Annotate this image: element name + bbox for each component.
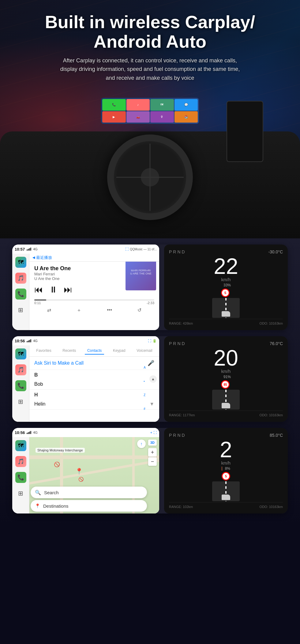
maps-sidebar-grid[interactable]: ⊞ — [15, 488, 26, 499]
contact-helin[interactable]: Helin ▼ — [29, 399, 159, 410]
maps-status-right: ⌖ ⛶ — [150, 431, 157, 435]
maps-sidebar-maps[interactable]: 🗺 — [15, 440, 26, 451]
map-zoom-controls: + − — [148, 448, 157, 466]
contacts-vehicle-stats: PRND 76.0°C 20 km/h 91% 85 — [164, 336, 288, 422]
temp-indicator-1: -30.0°C — [268, 249, 283, 254]
contact-bob[interactable]: Bob — [29, 379, 159, 390]
instrument-screen: 📞 ♪ 🗺 💬 ▶ 🚗 🎙 📚 — [101, 98, 199, 124]
3d-label: 3D — [150, 441, 155, 444]
contacts-status-right: ⛶ 🔋 — [148, 339, 157, 343]
sidebar-grid-icon[interactable]: ⊞ — [15, 304, 26, 315]
music-extra-controls: ⇄ ＋ ••• ↺ — [29, 305, 159, 316]
maps-network-label: 4G — [33, 431, 38, 434]
vehicle-stat-top-3: PRND 85.0°C — [169, 433, 283, 438]
az-dot: • — [144, 380, 146, 383]
contacts-sidebar-maps[interactable]: 🗺 — [15, 348, 26, 359]
tab-recents[interactable]: Recents — [60, 347, 78, 355]
zoom-out-button[interactable]: − — [148, 457, 157, 466]
az-hash[interactable]: # — [144, 407, 146, 410]
vehicle-stat-top-1: PRND -30.0°C — [169, 249, 283, 254]
speed-limit-badge-1: 5 — [221, 289, 230, 297]
rewind-button[interactable]: ⏮ — [34, 285, 43, 295]
maps-sidebar-phone[interactable]: 📞 — [15, 472, 26, 483]
hero-content: Built in wireless Carplay/ Android Auto … — [43, 12, 257, 83]
az-a[interactable]: A — [144, 366, 146, 369]
speed-limit-badge-3: 5 — [222, 472, 230, 480]
speed-section-1: 22 km/h — [214, 255, 238, 282]
music-status-bar: 10:57 4G ⛶ QQMusic — 11 of... — [12, 245, 159, 254]
search-label: Search — [44, 490, 59, 495]
location-pin-icon: 📍 — [75, 468, 83, 475]
pause-button[interactable]: ⏸ — [49, 285, 58, 295]
gear-indicator-2: PRND — [169, 341, 186, 346]
zoom-in-button[interactable]: + — [148, 448, 157, 457]
contacts-sidebar-music[interactable]: 🎵 — [15, 364, 26, 375]
tab-voicemail[interactable]: Voicemail — [134, 347, 155, 355]
tab-favorites[interactable]: Favorites — [34, 347, 54, 355]
carplay-display: 📞 ♪ 🗺 💬 ▶ 🚗 🎙 📚 — [101, 98, 199, 124]
add-button[interactable]: ＋ — [77, 307, 81, 314]
map-destinations-bar[interactable]: 📍 Destinations — [31, 500, 147, 512]
road-display-3 — [212, 481, 240, 501]
contacts-panel-row: 10:56 4G ⛶ 🔋 🗺 🎵 📞 ⊞ — [12, 336, 288, 422]
repeat-button[interactable]: ↺ — [137, 307, 141, 314]
qq-service-label: QQMusic — 11 of... — [130, 248, 157, 251]
podcasts-app-icon: 🎙 — [150, 111, 174, 123]
odo-label-1: ODO: 10163km — [260, 322, 283, 325]
contacts-carplay-panel: 10:56 4G ⛶ 🔋 🗺 🎵 📞 ⊞ — [12, 336, 159, 422]
maps-panel-row: 10:56 4G ⌖ ⛶ 🗺 🎵 📞 ⊞ — [12, 428, 288, 513]
more-button[interactable]: ••• — [107, 307, 112, 314]
tab-keypad[interactable]: Keypad — [111, 347, 128, 355]
hero-title: Built in wireless Carplay/ Android Auto — [43, 12, 257, 51]
hero-section: Built in wireless Carplay/ Android Auto … — [0, 0, 300, 238]
range-odo-2: RANGE: 1177km ODO: 10163km — [169, 410, 283, 417]
siri-call-row[interactable]: Ask Siri to Make a Call 🎤 ▲ — [29, 357, 159, 370]
contacts-sidebar-phone[interactable]: 📞 — [15, 380, 26, 391]
shuffle-button[interactable]: ⇄ — [47, 307, 51, 314]
sidebar-phone-icon[interactable]: 📞 — [15, 289, 26, 300]
tab-contacts[interactable]: Contacts — [85, 347, 104, 355]
maps-sidebar: 🗺 🎵 📞 ⊞ — [12, 437, 29, 513]
range-label-3: RANGE: 102km — [169, 505, 193, 509]
forward-button[interactable]: ⏭ — [64, 285, 72, 295]
odo-label-3: ODO: 10163km — [260, 505, 283, 509]
temp-indicator-3: 85.0°C — [270, 433, 283, 438]
music-vehicle-stats: PRND -30.0°C 22 km/h 33% 5 — [164, 245, 288, 330]
maps-vehicle-stats: PRND 85.0°C 2 km/h 8% 5 — [164, 428, 288, 513]
map-search-bar[interactable]: 🔍 Search — [31, 487, 147, 498]
map-location-button[interactable]: ↑ — [137, 440, 146, 448]
music-status-right: ⛶ QQMusic — 11 of... — [125, 247, 157, 251]
maps-time: 10:56 — [15, 430, 25, 435]
battery-pct-2: 91% — [223, 375, 231, 379]
sidebar-maps-icon[interactable]: 🗺 — [15, 257, 26, 268]
map-road-horizontal-1 — [29, 455, 159, 459]
range-odo-3: RANGE: 102km ODO: 10163km — [169, 502, 283, 509]
microphone-icon[interactable]: 🎤 — [148, 360, 154, 366]
speed-limit-badge-2: 85 — [221, 380, 230, 389]
progress-times: 0:11 -2:33 — [34, 301, 154, 305]
panels-container: 10:57 4G ⛶ QQMusic — 11 of... ◀ 最近播放 — [0, 238, 300, 526]
progress-track[interactable] — [34, 300, 154, 300]
map-3d-button[interactable]: 3D — [148, 440, 157, 446]
gear-indicator-1: PRND — [169, 249, 186, 254]
sidebar-music-icon[interactable]: 🎵 — [15, 273, 26, 284]
now-playing-icon: ▶ — [102, 111, 126, 123]
progress-bar-container: 0:11 -2:33 — [29, 300, 159, 305]
contacts-bt-icon: ⛶ — [148, 339, 151, 343]
vehicle-silhouette-2 — [222, 403, 230, 408]
progress-start-time: 0:11 — [34, 301, 41, 305]
right-side-screen — [227, 101, 263, 162]
range-odo-1: RANGE: 426km ODO: 10163km — [169, 319, 283, 325]
no-entry-sign-2: 🚫 — [78, 477, 84, 482]
az-z[interactable]: Z — [144, 393, 146, 397]
contacts-sidebar-grid[interactable]: ⊞ — [15, 396, 26, 407]
vehicle-silhouette-3 — [222, 495, 230, 500]
phone-app-icon: 📞 — [102, 99, 126, 111]
expand-button[interactable]: ▲ — [149, 375, 157, 383]
map-road-horizontal-2 — [29, 457, 159, 487]
search-icon: 🔍 — [35, 490, 41, 495]
maps-sidebar-music[interactable]: 🎵 — [15, 456, 26, 467]
contacts-main-content: Favorites Recents Contacts Keypad Voicem… — [29, 336, 159, 422]
contact-helin-name: Helin — [34, 401, 45, 407]
battery-pct-1: 33% — [223, 283, 231, 287]
